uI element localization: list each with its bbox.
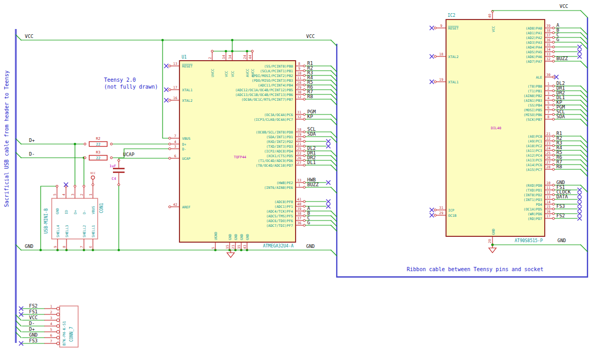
pin-number: 14	[222, 55, 226, 59]
connector-con1[interactable]: USB-MINI-B CON1 VCC 5 4 3 2 1 GND ID D+ …	[44, 171, 104, 250]
pin-name: RESET	[448, 26, 459, 31]
pin-row[interactable]: 6 GND	[16, 332, 60, 339]
pin-function: (MISO)PB6	[524, 113, 542, 117]
pin-function: (MOSI)PB5	[524, 108, 542, 112]
pin-function: (AD7)PA7	[526, 60, 542, 64]
pin-function: (T0)PB0	[528, 84, 542, 89]
pin-number: 6	[89, 246, 93, 248]
pin-function: (ICP2/ADC8)PD4	[264, 149, 293, 154]
pin-row[interactable]: 1 FS2	[19, 303, 60, 311]
pin-name: D-	[82, 210, 87, 214]
pin-name: GND	[55, 208, 60, 214]
pin-name: D+	[73, 210, 78, 214]
pin-number: 32	[297, 115, 301, 119]
pin-number: 20	[488, 239, 492, 243]
pin-function: (INT0)PD2	[524, 193, 542, 197]
pin-function: (A11)PC3	[526, 149, 542, 153]
pin-function: PD4	[536, 203, 542, 207]
net-label: KP	[307, 114, 313, 119]
pin-name: XTAL2	[182, 99, 193, 103]
pin-number: 1	[298, 183, 300, 187]
pin-number: 26	[297, 156, 301, 160]
note-usb-cable: Sacrificial USB cable from header to Tee…	[4, 71, 10, 207]
value-label: B7K-PH-K-S1	[62, 321, 67, 346]
ref-label: CON1	[99, 203, 104, 213]
no-connect-x-icon	[430, 80, 434, 84]
pin-number: 40	[297, 202, 301, 206]
net-label-ucap[interactable]: UCAP	[123, 152, 135, 157]
value-label: 1uF	[109, 164, 116, 168]
net-label-dplus[interactable]: D+	[29, 138, 35, 143]
net-label: R8	[556, 164, 562, 169]
pin-function: (SS/PCINT0)PB0	[264, 64, 293, 69]
pin-number: 39	[297, 207, 301, 211]
pin-name: SHELL4	[56, 225, 60, 237]
pin-number: 3	[71, 194, 75, 196]
net-label-dminus[interactable]: D-	[29, 151, 35, 157]
pin-function: (T1/OC4D/ADC9)PD6	[258, 159, 293, 163]
note-ribbon-cable: Ribbon cable between Teensy pins and soc…	[407, 266, 544, 272]
pin-function: (AD1)PA1	[526, 31, 542, 35]
pin-row[interactable]: 7 FS3	[19, 338, 60, 346]
pin-name: GND	[234, 234, 238, 240]
pin-function: (ADC0)PF0	[274, 200, 293, 204]
pin-number: 29	[439, 211, 443, 215]
bus-entry	[555, 42, 587, 49]
pin-number: 34	[546, 47, 551, 52]
no-connect-x-icon	[306, 199, 330, 204]
ic-ic2[interactable]: IC2 AT90S8515-P DIL40 40 VCC 20 GND 9 RE…	[430, 11, 587, 246]
net-label-ic2-vcc[interactable]: VCC	[560, 4, 568, 9]
net-label-vcc-right[interactable]: VCC	[306, 34, 315, 39]
pin-function: (ADC1)PF1	[274, 205, 293, 209]
pin-row[interactable]: 2 FS1	[19, 309, 60, 317]
pin-function: (A8)PC0	[528, 135, 542, 139]
pin-function: (XCK1/CTS)PD5	[266, 154, 293, 158]
pin-function: (T1)PB1	[528, 89, 542, 93]
net-label-gnd-left[interactable]: GND	[25, 244, 33, 249]
pin-row[interactable]: 4 D-	[16, 321, 60, 328]
net-label-vcc-left[interactable]: VCC	[25, 34, 33, 39]
pin-function: (AD5)PA5	[526, 50, 542, 54]
pin-function: (T0/OC4D/ADC10)PD7	[256, 164, 293, 168]
pin-number: 14	[546, 200, 551, 204]
pin-number: 10	[546, 181, 551, 185]
pin-number: 15	[225, 245, 230, 249]
pin-number: 17	[173, 85, 177, 90]
pin-number: 9	[440, 24, 442, 28]
pin-function: (ADC13/OC1B/OC4B/PCINT13)PB6	[235, 93, 293, 97]
connector-conn7[interactable]: B7K-PH-K-S1 CONN_7 1 FS2 2 FS1	[16, 303, 78, 347]
pin-function: (A12)PC4	[526, 154, 542, 158]
pin-number: 25	[546, 151, 551, 155]
pin-name: VCC	[231, 71, 235, 77]
vcc-symbol-label: VCC	[90, 171, 96, 175]
pin-function: (HWB)PE2	[277, 181, 293, 185]
no-connect-x-icon	[306, 139, 330, 143]
ic-u1[interactable]: U1 ATMEGA32U4-A TQFP44 2 14 34 24 44 UVC…	[164, 50, 337, 250]
pin-number: 19	[297, 132, 301, 137]
pin-number: 33	[297, 178, 301, 183]
pin-name: OC1B	[448, 214, 457, 218]
pin-number: 5	[53, 194, 57, 196]
pin-number: 1	[547, 82, 549, 86]
capacitor-c4[interactable]: 1uF C4	[109, 159, 125, 186]
ref-label: IC2	[448, 13, 456, 18]
pin-function: (A13)PC5	[526, 158, 542, 162]
pin-number: 27	[546, 160, 551, 165]
pin-number: 25	[297, 147, 301, 151]
net-label-gnd-right[interactable]: GND	[306, 244, 315, 249]
resistor-r3[interactable]: R3 22	[84, 150, 112, 160]
pin-name: GND	[240, 234, 244, 240]
pin-number: 34	[228, 55, 232, 59]
pin-function: (AIN0)PB2	[524, 94, 542, 98]
net-label: FS1	[29, 309, 37, 314]
no-connect-x-icon	[164, 88, 168, 92]
net-label: FS3	[29, 338, 37, 343]
value-label: AT90S8515-P	[515, 238, 543, 243]
pin-number: 35	[237, 245, 241, 249]
net-label-ic2-gnd[interactable]: GND	[557, 238, 566, 243]
resistor-r2[interactable]: R2 22	[84, 137, 112, 147]
pin-name: VCC	[224, 71, 229, 77]
value-label: 22	[96, 156, 100, 160]
pin-row[interactable]: 5 D+	[16, 327, 60, 333]
pin-number: 10	[297, 71, 301, 75]
